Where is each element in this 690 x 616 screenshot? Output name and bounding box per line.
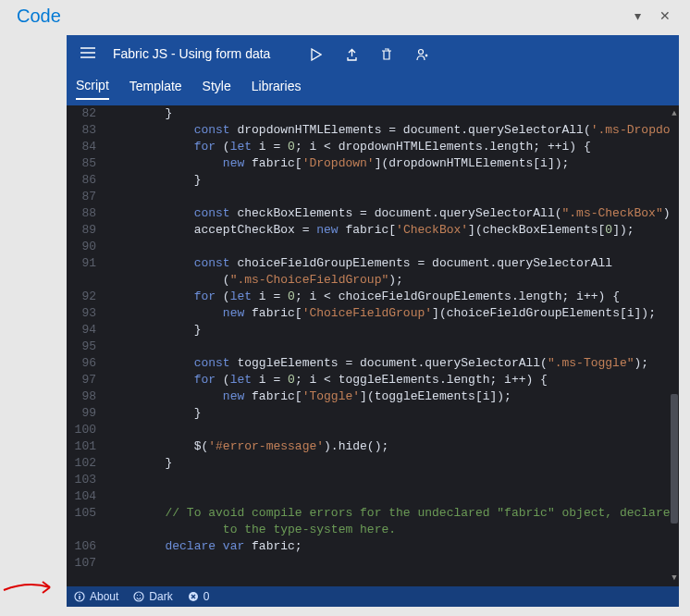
line-number xyxy=(67,522,107,538)
tab-style[interactable]: Style xyxy=(203,79,231,99)
code-line: 92 for (let i = 0; i < choiceFieldGroupE… xyxy=(67,289,670,305)
line-number: 96 xyxy=(67,355,107,372)
delete-button[interactable] xyxy=(372,46,401,61)
line-number: 101 xyxy=(67,438,107,455)
line-content: const dropdownHTMLElements = document.qu… xyxy=(107,122,670,139)
line-content: (".ms-ChoiceFieldGroup"); xyxy=(107,272,670,289)
line-number: 95 xyxy=(67,339,107,355)
minimize-button[interactable]: ▾ xyxy=(623,8,651,23)
line-content xyxy=(107,239,670,255)
line-number xyxy=(67,272,107,289)
svg-point-3 xyxy=(137,595,138,596)
line-content xyxy=(107,555,670,572)
line-number: 91 xyxy=(67,255,107,272)
svg-point-0 xyxy=(419,50,424,55)
line-content xyxy=(107,422,670,438)
line-number: 98 xyxy=(67,388,107,405)
code-line: 100 xyxy=(67,422,670,438)
line-content: const toggleElements = document.querySel… xyxy=(107,355,670,372)
trash-icon xyxy=(381,48,392,61)
line-number: 102 xyxy=(67,455,107,472)
line-content: for (let i = 0; i < toggleElements.lengt… xyxy=(107,372,670,388)
code-line: to the type-system here. xyxy=(67,522,670,538)
line-number: 99 xyxy=(67,405,107,422)
line-content: acceptCheckBox = new fabric['CheckBox'](… xyxy=(107,222,670,239)
code-line: 82 } xyxy=(67,105,670,122)
code-line: 86 } xyxy=(67,172,670,189)
line-number: 106 xyxy=(67,538,107,555)
line-number: 88 xyxy=(67,205,107,222)
line-content xyxy=(107,488,670,505)
app-title: Code xyxy=(13,6,623,27)
code-line: 95 xyxy=(67,339,670,355)
code-editor[interactable]: 82 }83 const dropdownHTMLElements = docu… xyxy=(67,105,679,586)
code-line: 88 const checkBoxElements = document.que… xyxy=(67,205,670,222)
line-content: for (let i = 0; i < dropdownHTMLElements… xyxy=(107,139,670,155)
menu-button[interactable] xyxy=(74,45,102,62)
status-theme[interactable]: Dark xyxy=(133,590,172,603)
code-line: 85 new fabric['Dropdown'](dropdownHTMLEl… xyxy=(67,155,670,172)
code-line: 90 xyxy=(67,239,670,255)
code-line: 83 const dropdownHTMLElements = document… xyxy=(67,122,670,139)
line-number: 100 xyxy=(67,422,107,438)
tabs: ScriptTemplateStyleLibraries xyxy=(67,72,679,105)
title-bar: Code ▾ ✕ xyxy=(0,0,690,31)
line-number: 86 xyxy=(67,172,107,189)
scrollbar-thumb[interactable] xyxy=(671,394,678,524)
code-line: 98 new fabric['Toggle'](toggleElements[i… xyxy=(67,388,670,405)
tab-script[interactable]: Script xyxy=(76,78,109,100)
line-number: 92 xyxy=(67,289,107,305)
line-content: const choiceFieldGroupElements = documen… xyxy=(107,255,670,272)
line-content: } xyxy=(107,322,670,339)
line-content: for (let i = 0; i < choiceFieldGroupElem… xyxy=(107,289,670,305)
toolbar: Fabric JS - Using form data xyxy=(67,35,679,72)
status-theme-label: Dark xyxy=(149,590,172,603)
code-line: 87 xyxy=(67,189,670,205)
status-bar: About Dark 0 xyxy=(67,586,679,607)
scroll-up-icon[interactable]: ▲ xyxy=(670,105,679,122)
hamburger-icon xyxy=(80,47,95,58)
line-number: 82 xyxy=(67,105,107,122)
code-line: 103 xyxy=(67,472,670,488)
code-line: 107 xyxy=(67,555,670,572)
code-line: 106 declare var fabric; xyxy=(67,538,670,555)
theme-icon xyxy=(133,591,144,602)
status-about[interactable]: About xyxy=(74,590,118,603)
line-content: $('#error-message').hide(); xyxy=(107,438,670,455)
line-number: 93 xyxy=(67,305,107,322)
play-icon xyxy=(311,48,322,61)
line-number: 84 xyxy=(67,139,107,155)
line-number: 85 xyxy=(67,155,107,172)
status-about-label: About xyxy=(90,590,118,603)
code-line: 102 } xyxy=(67,455,670,472)
annotation-arrow xyxy=(0,573,65,601)
tab-libraries[interactable]: Libraries xyxy=(252,79,302,99)
svg-point-4 xyxy=(140,595,141,596)
code-line: 97 for (let i = 0; i < toggleElements.le… xyxy=(67,372,670,388)
line-content xyxy=(107,189,670,205)
editor-panel: Fabric JS - Using form data ScriptTempla… xyxy=(67,35,679,607)
line-content xyxy=(107,472,670,488)
line-content: const checkBoxElements = document.queryS… xyxy=(107,205,670,222)
person-icon xyxy=(415,48,428,61)
scrollbar[interactable]: ▲ ▼ xyxy=(670,105,679,586)
line-content: new fabric['ChoiceFieldGroup'](choiceFie… xyxy=(107,305,670,322)
line-content: new fabric['Dropdown'](dropdownHTMLEleme… xyxy=(107,155,670,172)
share-button[interactable] xyxy=(337,46,366,61)
line-number: 87 xyxy=(67,189,107,205)
line-content: new fabric['Toggle'](toggleElements[i]); xyxy=(107,388,670,405)
line-content xyxy=(107,339,670,355)
code-line: 96 const toggleElements = document.query… xyxy=(67,355,670,372)
status-errors[interactable]: 0 xyxy=(188,590,210,603)
tab-template[interactable]: Template xyxy=(129,79,182,99)
line-number: 94 xyxy=(67,322,107,339)
code-line: 99 } xyxy=(67,405,670,422)
line-content: declare var fabric; xyxy=(107,538,670,555)
code-line: 104 xyxy=(67,488,670,505)
close-button[interactable]: ✕ xyxy=(651,8,679,23)
line-number: 107 xyxy=(67,555,107,572)
line-content: to the type-system here. xyxy=(107,522,670,538)
run-button[interactable] xyxy=(302,46,331,61)
scroll-down-icon[interactable]: ▼ xyxy=(670,570,679,586)
user-button[interactable] xyxy=(407,46,437,61)
